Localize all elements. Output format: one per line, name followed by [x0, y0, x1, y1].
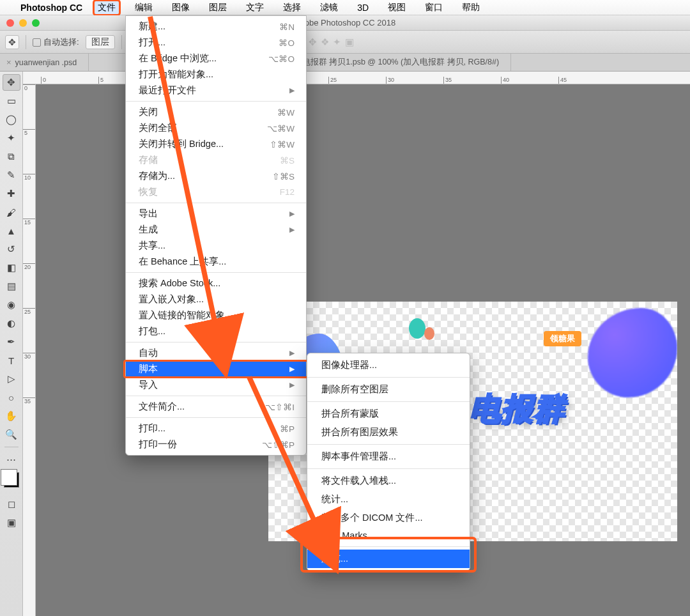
eyedropper-tool-icon[interactable]: ✎ [3, 167, 20, 183]
stamp-tool-icon[interactable]: ▲ [3, 222, 20, 239]
menu-item-import[interactable]: 导入▶ [126, 377, 306, 393]
tab-label: 加入电报群 拷贝1.psb @ 100% (加入电报群 拷贝, RGB/8#) [286, 57, 499, 68]
menu-item-close[interactable]: 关闭⌘W [126, 104, 306, 120]
submenu-item-delete-empty[interactable]: 删除所有空图层 [307, 380, 470, 399]
menu-item-open[interactable]: 打开...⌘O [126, 35, 306, 50]
quick-mask-icon[interactable]: ◻ [3, 496, 20, 512]
pen-tool-icon[interactable]: ✒ [3, 334, 20, 350]
healing-tool-icon[interactable]: ✚ [3, 185, 20, 202]
menu-view[interactable]: 视图 [384, 1, 410, 15]
submenu-item-flatten-masks[interactable]: 拼合所有蒙版 [307, 404, 470, 423]
separator [307, 546, 470, 547]
screen-mode-icon[interactable]: ▣ [3, 514, 20, 531]
auto-select-dropdown[interactable]: 图层 [86, 35, 115, 49]
submenu-arrow-icon: ▶ [289, 381, 295, 389]
move-tool-icon[interactable]: ✥ [3, 74, 20, 91]
ruler-vertical[interactable]: 0 5 10 15 20 25 30 35 [23, 84, 36, 616]
separator [126, 396, 306, 396]
menu-item-print[interactable]: 打印...⌘P [126, 420, 306, 436]
tab-label: yuanwenjian .psd [15, 58, 77, 67]
menu-item-place-embed[interactable]: 置入嵌入对象... [126, 291, 306, 307]
submenu-item-flatten-effects[interactable]: 拼合所有图层效果 [307, 423, 470, 442]
menu-item-generate[interactable]: 生成▶ [126, 222, 306, 238]
shape-tool-icon[interactable]: ○ [3, 389, 20, 406]
3d-slide-icon[interactable]: ❖ [321, 36, 329, 48]
menu-type[interactable]: 文字 [242, 1, 268, 15]
document-tab-1[interactable]: × yuanwenjian .psd [0, 54, 89, 71]
menu-item-package[interactable]: 打包... [126, 323, 306, 339]
menu-image[interactable]: 图像 [168, 1, 194, 15]
menu-item-print-one[interactable]: 打印一份⌥⇧⌘P [126, 436, 306, 452]
menu-window[interactable]: 窗口 [421, 1, 447, 15]
menu-item-export[interactable]: 导出▶ [126, 206, 306, 222]
menu-file[interactable]: 文件 [94, 1, 119, 15]
separator [126, 101, 306, 102]
blur-tool-icon[interactable]: ◉ [3, 296, 20, 313]
submenu-arrow-icon: ▶ [289, 365, 295, 373]
zoom-tool-icon[interactable]: 🔍 [3, 426, 20, 443]
brush-tool-icon[interactable]: 🖌 [3, 204, 20, 220]
ruler-horizontal[interactable]: 0 5 10 15 20 25 30 35 40 45 [23, 72, 690, 84]
menu-edit[interactable]: 编辑 [131, 1, 157, 15]
dodge-tool-icon[interactable]: ◐ [3, 315, 20, 332]
menu-filter[interactable]: 滤镜 [316, 1, 342, 15]
type-tool-icon[interactable]: T [3, 352, 20, 369]
tools-panel: ✥ ▭ ◯ ✦ ⧉ ✎ ✚ 🖌 ▲ ↺ ◧ ▤ ◉ ◐ ✒ T ▷ ○ ✋ 🔍 … [0, 72, 23, 616]
separator [126, 342, 306, 343]
separator [121, 35, 122, 49]
menu-item-scripts[interactable]: 脚本▶ [126, 361, 306, 377]
edit-toolbar-icon[interactable]: ⋯ [3, 451, 20, 468]
gradient-tool-icon[interactable]: ▤ [3, 278, 20, 295]
separator [126, 417, 306, 418]
submenu-item-event-manager[interactable]: 脚本事件管理器... [307, 447, 470, 466]
menu-item-file-info[interactable]: 文件简介...⌥⇧⌘I [126, 399, 306, 415]
submenu-item-load-dicom[interactable]: 载入多个 DICOM 文件... [307, 509, 470, 527]
menu-item-open-smart[interactable]: 打开为智能对象... [126, 66, 306, 82]
menu-item-new[interactable]: 新建...⌘N [126, 19, 306, 35]
menu-item-behance[interactable]: 在 Behance 上共享... [126, 254, 306, 270]
window-titlebar: Adobe Photoshop CC 2018 [0, 15, 690, 31]
menu-item-automate[interactable]: 自动▶ [126, 345, 306, 361]
close-tab-icon[interactable]: × [6, 58, 12, 67]
eraser-tool-icon[interactable]: ◧ [3, 259, 20, 276]
menu-item-recent[interactable]: 最近打开文件▶ [126, 82, 306, 98]
3d-pan-icon[interactable]: ✥ [309, 36, 317, 48]
file-menu-dropdown: 新建...⌘N 打开...⌘O 在 Bridge 中浏览...⌥⌘O 打开为智能… [125, 15, 307, 456]
path-select-tool-icon[interactable]: ▷ [3, 371, 20, 387]
magic-wand-tool-icon[interactable]: ✦ [3, 130, 20, 146]
submenu-item-load-stack[interactable]: 将文件载入堆栈... [307, 472, 470, 490]
menu-item-close-bridge[interactable]: 关闭并转到 Bridge...⇧⌘W [126, 136, 306, 152]
3d-scale-icon[interactable]: ✦ [333, 36, 341, 48]
menu-help[interactable]: 帮助 [458, 1, 484, 15]
candy-badge: 领糖果 [544, 331, 581, 346]
hand-tool-icon[interactable]: ✋ [3, 408, 20, 424]
move-tool-preset-icon[interactable]: ✥ [5, 35, 19, 49]
color-swatches[interactable] [4, 472, 19, 488]
menu-item-save-as[interactable]: 存储为...⇧⌘S [126, 168, 306, 184]
menu-item-browse-bridge[interactable]: 在 Bridge 中浏览...⌥⌘O [126, 50, 306, 66]
menu-item-place-link[interactable]: 置入链接的智能对象... [126, 307, 306, 323]
submenu-item-size-marks[interactable]: Size Marks [307, 527, 470, 544]
menu-item-close-all[interactable]: 关闭全部⌥⌘W [126, 120, 306, 136]
lasso-tool-icon[interactable]: ◯ [3, 111, 20, 128]
ruler-tick: 30 [386, 77, 443, 84]
auto-select-checkbox[interactable]: 自动选择: [33, 36, 79, 48]
marquee-tool-icon[interactable]: ▭ [3, 93, 20, 109]
menu-item-share[interactable]: 共享... [126, 238, 306, 254]
3d-camera-icon[interactable]: ▣ [345, 36, 354, 48]
crop-tool-icon[interactable]: ⧉ [3, 148, 20, 165]
menu-layer[interactable]: 图层 [205, 1, 231, 15]
menu-3d[interactable]: 3D [353, 1, 372, 14]
submenu-item-image-processor[interactable]: 图像处理器... [307, 356, 470, 374]
menu-select[interactable]: 选择 [279, 1, 305, 15]
history-brush-tool-icon[interactable]: ↺ [3, 241, 20, 258]
separator [307, 444, 470, 445]
separator [307, 468, 470, 469]
ruler-tick: 35 [23, 397, 35, 442]
menu-item-stock[interactable]: 搜索 Adobe Stock... [126, 275, 306, 291]
separator [4, 447, 19, 447]
submenu-item-browse[interactable]: 浏览... [307, 550, 470, 568]
ruler-tick: 15 [23, 219, 35, 263]
submenu-item-statistics[interactable]: 统计... [307, 490, 470, 509]
window-title: Adobe Photoshop CC 2018 [0, 18, 690, 27]
